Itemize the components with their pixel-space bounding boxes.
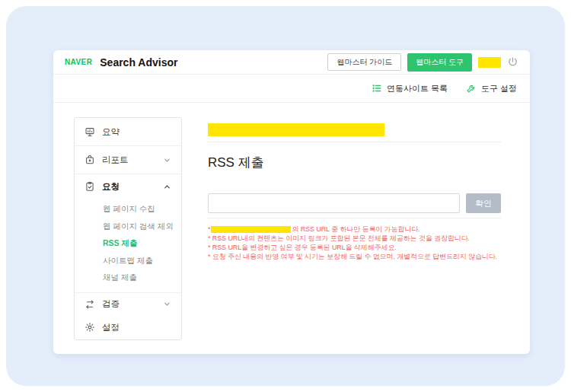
secondary-nav: 연동사이트 목록 도구 설정 [53,75,530,103]
warning-line-1: *의 RSS URL 중 하나만 등록이 가능합니다. [208,225,501,234]
chevron-down-icon [163,156,171,164]
submenu-item-web-page-exclude[interactable]: 웹 페이지 검색 제외 [103,218,181,235]
redacted-user-id [478,57,501,68]
app-window: NAVER Search Advisor 웹마스터 가이드 웹마스터 도구 연동… [53,50,530,354]
sidebar-item-label: 검증 [102,298,120,310]
submenu-item-channel-submit[interactable]: 채널 제출 [103,269,181,286]
tool-settings-label: 도구 설정 [481,83,517,94]
warning-line-3: * RSS URL을 변경하고 싶은 경우 등록된 URL을 삭제해주세요. [208,243,501,252]
naver-logo: NAVER [65,58,92,66]
rss-url-input[interactable] [208,193,460,213]
redacted-site-name [211,226,291,233]
webmaster-tools-button[interactable]: 웹마스터 도구 [407,53,472,72]
sidebar-item-label: 설정 [102,322,120,333]
warning-notes: *의 RSS URL 중 하나만 등록이 가능합니다. * RSS URL내의 … [208,225,501,261]
confirm-button[interactable]: 확인 [466,193,501,213]
request-submenu: 웹 페이지 수집 웹 페이지 검색 제외 RSS 제출 사이트맵 제출 채널 제… [75,199,181,292]
sidebar-item-settings[interactable]: 설정 [75,316,181,339]
submenu-item-rss-submit-active[interactable]: RSS 제출 [103,234,181,252]
sidebar-nav: 요약 리포트 요청 웹 페이지 수집 웹 페이지 검색 제외 RSS 제출 [74,117,182,340]
header-actions: 웹마스터 가이드 웹마스터 도구 [327,53,518,72]
warning-line-2: * RSS URL내의 컨텐츠는 이미지 링크가 포함된 본문 전체를 제공하는… [208,234,501,243]
content-divider [208,142,501,142]
gear-icon [85,322,95,333]
webmaster-guide-button[interactable]: 웹마스터 가이드 [327,53,401,71]
chevron-down-icon [163,300,171,308]
chevron-up-icon [163,183,171,191]
sidebar-item-label: 리포트 [102,155,129,166]
tool-settings-link[interactable]: 도구 설정 [466,83,517,94]
sidebar-item-request[interactable]: 요청 [75,174,181,199]
sidebar-item-report[interactable]: 리포트 [75,146,181,174]
linked-sites-label: 연동사이트 목록 [387,83,448,94]
page-title: RSS 제출 [208,154,501,171]
redacted-site-url-bar [208,123,384,136]
app-header: NAVER Search Advisor 웹마스터 가이드 웹마스터 도구 [53,50,530,75]
linked-sites-link[interactable]: 연동사이트 목록 [372,83,448,94]
report-bag-icon [85,155,95,165]
wrench-icon [466,83,477,94]
sidebar-item-validation[interactable]: 검증 [75,293,181,316]
form-divider [208,218,501,218]
swap-arrows-icon [85,299,95,310]
screenshot-background: NAVER Search Advisor 웹마스터 가이드 웹마스터 도구 연동… [6,6,565,386]
sidebar-item-summary[interactable]: 요약 [75,118,181,146]
submenu-item-web-page-collect[interactable]: 웹 페이지 수집 [103,200,181,218]
app-title: Search Advisor [100,56,177,69]
sidebar-item-label: 요청 [102,181,120,193]
sidebar-item-label: 요약 [102,126,120,138]
warning-line-4: * 요청 주신 내용의 반영 여부 및 시기는 보장해 드릴 수 없으며, 개별… [208,252,501,261]
clipboard-check-icon [85,181,95,192]
power-logout-icon[interactable] [507,56,518,68]
submenu-item-sitemap-submit[interactable]: 사이트맵 제출 [103,252,181,269]
list-icon [372,83,382,94]
main-content: RSS 제출 확인 *의 RSS URL 중 하나만 등록이 가능합니다. * … [208,117,501,261]
rss-submit-form: 확인 [208,193,501,213]
dashboard-board-icon [85,126,95,137]
